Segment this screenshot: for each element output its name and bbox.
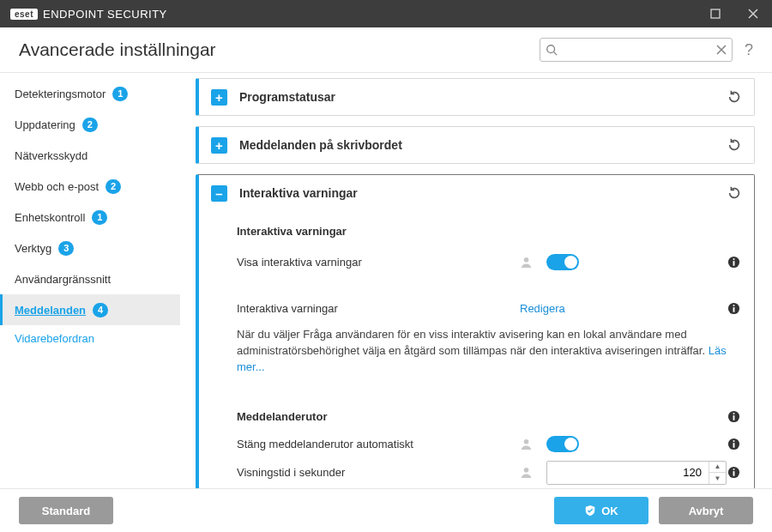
svg-rect-0 bbox=[711, 9, 720, 18]
sidebar-item-web-email[interactable]: Webb och e-post 2 bbox=[0, 171, 180, 202]
stepper-down-icon[interactable]: ▼ bbox=[709, 473, 726, 484]
sidebar-item-label: Enhetskontroll bbox=[15, 211, 85, 224]
toggle-close-msgbox-auto[interactable] bbox=[546, 436, 579, 452]
svg-rect-11 bbox=[733, 415, 735, 420]
row-close-msgbox-auto: Stäng meddelanderutor automatiskt bbox=[237, 431, 740, 458]
svg-rect-8 bbox=[733, 307, 735, 312]
panel-body: Interaktiva varningar Visa interaktiva v… bbox=[199, 211, 754, 488]
footer: Standard OK Avbryt bbox=[0, 488, 772, 532]
svg-point-16 bbox=[733, 440, 734, 442]
sidebar-item-label: Uppdatering bbox=[15, 118, 75, 131]
panel-title: Programstatusar bbox=[239, 90, 335, 104]
info-icon[interactable] bbox=[727, 410, 740, 423]
panel-desktop-notifications: + Meddelanden på skrivbordet bbox=[196, 126, 755, 164]
sidebar-item-label: Detekteringsmotor bbox=[15, 88, 106, 100]
sidebar-badge: 1 bbox=[92, 210, 107, 225]
sidebar-item-label: Nätverksskydd bbox=[15, 149, 87, 162]
svg-point-13 bbox=[524, 439, 529, 444]
brand-badge: eset bbox=[10, 9, 38, 20]
info-icon[interactable] bbox=[727, 438, 740, 450]
collapse-icon: – bbox=[211, 185, 227, 202]
expand-icon: + bbox=[211, 137, 227, 154]
row-label: Visningstid i sekunder bbox=[237, 466, 520, 479]
sidebar-item-detection-engine[interactable]: Detekteringsmotor 1 bbox=[0, 78, 180, 109]
panel-interactive-alerts: – Interaktiva varningar Interaktiva varn… bbox=[196, 174, 755, 488]
sidebar: Detekteringsmotor 1 Uppdatering 2 Nätver… bbox=[0, 73, 187, 488]
svg-point-9 bbox=[733, 305, 734, 306]
sidebar-item-label: Verktyg bbox=[15, 242, 51, 255]
row-display-time: Visningstid i sekunder ▲ ▼ bbox=[237, 458, 740, 487]
window-controls bbox=[697, 0, 772, 27]
svg-point-17 bbox=[524, 468, 529, 473]
sidebar-badge: 4 bbox=[93, 303, 108, 317]
ok-button[interactable]: OK bbox=[554, 497, 648, 524]
svg-point-20 bbox=[733, 469, 734, 470]
sidebar-item-ui[interactable]: Användargränssnitt bbox=[0, 263, 180, 294]
edit-interactive-alerts-link[interactable]: Redigera bbox=[520, 302, 565, 315]
row-message-boxes-title: Meddelanderutor bbox=[237, 403, 740, 431]
row-label: Stäng meddelanderutor automatiskt bbox=[237, 438, 520, 450]
expand-icon: + bbox=[211, 89, 227, 106]
interactive-alerts-description: När du väljer Fråga användaren för en vi… bbox=[237, 327, 740, 376]
svg-rect-5 bbox=[733, 261, 735, 266]
section-title-interactive-alerts: Interaktiva varningar bbox=[237, 225, 740, 238]
search-clear-icon[interactable] bbox=[716, 45, 727, 55]
panel-header[interactable]: + Meddelanden på skrivbordet bbox=[199, 127, 754, 163]
reset-icon[interactable] bbox=[727, 137, 742, 153]
panel-title: Interaktiva varningar bbox=[239, 186, 358, 200]
row-label: Interaktiva varningar bbox=[237, 302, 520, 315]
svg-point-3 bbox=[524, 257, 529, 262]
svg-line-2 bbox=[554, 52, 558, 56]
sidebar-item-label: Användargränssnitt bbox=[15, 273, 111, 286]
user-icon bbox=[520, 256, 533, 269]
reset-icon[interactable] bbox=[727, 185, 742, 201]
toggle-show-interactive-alerts[interactable] bbox=[546, 254, 579, 270]
sidebar-item-label: Webb och e-post bbox=[15, 180, 99, 193]
page-header: Avancerade inställningar ? bbox=[0, 27, 772, 72]
sidebar-badge: 3 bbox=[58, 241, 74, 256]
help-button[interactable]: ? bbox=[745, 41, 753, 59]
search-box bbox=[540, 38, 733, 62]
sidebar-item-network[interactable]: Nätverksskydd bbox=[0, 140, 180, 171]
sidebar-badge: 2 bbox=[106, 179, 121, 194]
window-close-button[interactable] bbox=[734, 0, 772, 27]
page-title: Avancerade inställningar bbox=[19, 39, 216, 60]
sidebar-badge: 2 bbox=[82, 118, 98, 132]
panel-header[interactable]: – Interaktiva varningar bbox=[199, 175, 754, 211]
body: Detekteringsmotor 1 Uppdatering 2 Nätver… bbox=[0, 72, 772, 488]
svg-rect-15 bbox=[733, 443, 735, 448]
row-confirmation-message: Bekräftelsemeddelande Redigera bbox=[237, 487, 740, 489]
info-icon[interactable] bbox=[727, 466, 740, 479]
titlebar: eset ENDPOINT SECURITY bbox=[0, 0, 772, 27]
search-input[interactable] bbox=[540, 38, 733, 62]
search-icon bbox=[546, 44, 558, 56]
brand-name: ENDPOINT SECURITY bbox=[43, 8, 167, 21]
sidebar-badge: 1 bbox=[112, 87, 128, 101]
display-time-input[interactable] bbox=[547, 462, 709, 484]
info-icon[interactable] bbox=[727, 302, 740, 315]
info-icon[interactable] bbox=[727, 256, 740, 269]
cancel-button[interactable]: Avbryt bbox=[659, 497, 753, 524]
panel-title: Meddelanden på skrivbordet bbox=[239, 138, 402, 152]
sidebar-item-forwarding[interactable]: Vidarebefordran bbox=[0, 325, 180, 351]
sidebar-item-label: Vidarebefordran bbox=[15, 332, 94, 345]
default-button[interactable]: Standard bbox=[19, 497, 113, 524]
sidebar-item-tools[interactable]: Verktyg 3 bbox=[0, 233, 180, 263]
svg-point-12 bbox=[733, 413, 734, 414]
row-edit-interactive-alerts: Interaktiva varningar Redigera bbox=[237, 294, 740, 322]
ok-label: OK bbox=[601, 505, 618, 517]
panel-header[interactable]: + Programstatusar bbox=[199, 79, 754, 115]
row-label: Visa interaktiva varningar bbox=[237, 256, 520, 269]
reset-icon[interactable] bbox=[727, 89, 742, 105]
svg-rect-19 bbox=[733, 471, 735, 476]
stepper-up-icon[interactable]: ▲ bbox=[709, 462, 726, 474]
sidebar-item-update[interactable]: Uppdatering 2 bbox=[0, 109, 180, 140]
app-brand: eset ENDPOINT SECURITY bbox=[10, 8, 167, 21]
display-time-stepper: ▲ ▼ bbox=[546, 461, 727, 485]
section-title-message-boxes: Meddelanderutor bbox=[237, 410, 327, 423]
panel-application-statuses: + Programstatusar bbox=[196, 78, 755, 116]
sidebar-item-notifications[interactable]: Meddelanden 4 bbox=[0, 294, 180, 325]
user-icon bbox=[520, 438, 533, 450]
sidebar-item-device-control[interactable]: Enhetskontroll 1 bbox=[0, 202, 180, 233]
window-maximize-button[interactable] bbox=[697, 0, 734, 27]
